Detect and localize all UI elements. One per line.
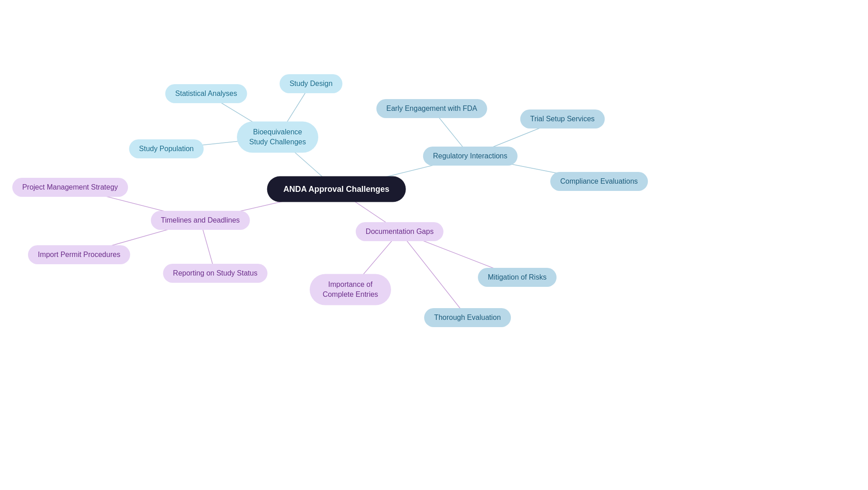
node-project-mgmt[interactable]: Project Management Strategy <box>12 178 128 197</box>
center-node[interactable]: ANDA Approval Challenges <box>267 176 406 202</box>
node-importance[interactable]: Importance of Complete Entries <box>310 274 391 305</box>
svg-line-15 <box>400 232 467 318</box>
node-statistical[interactable]: Statistical Analyses <box>165 84 247 103</box>
node-study-population[interactable]: Study Population <box>129 139 204 158</box>
mind-map-container: ANDA Approval ChallengesBioequivalence S… <box>0 0 868 490</box>
node-regulatory[interactable]: Regulatory Interactions <box>423 147 518 166</box>
node-import-permit[interactable]: Import Permit Procedures <box>28 245 130 264</box>
connections-svg <box>0 0 868 490</box>
node-bioequivalence[interactable]: Bioequivalence Study Challenges <box>237 122 318 153</box>
node-timelines[interactable]: Timelines and Deadlines <box>151 211 250 230</box>
node-mitigation[interactable]: Mitigation of Risks <box>478 268 557 287</box>
node-compliance[interactable]: Compliance Evaluations <box>550 172 648 191</box>
node-thorough[interactable]: Thorough Evaluation <box>424 308 511 327</box>
node-early-engagement[interactable]: Early Engagement with FDA <box>377 99 487 118</box>
node-trial-setup[interactable]: Trial Setup Services <box>520 109 605 128</box>
node-documentation[interactable]: Documentation Gaps <box>356 222 443 241</box>
node-reporting[interactable]: Reporting on Study Status <box>163 264 268 283</box>
node-study-design[interactable]: Study Design <box>279 74 342 93</box>
